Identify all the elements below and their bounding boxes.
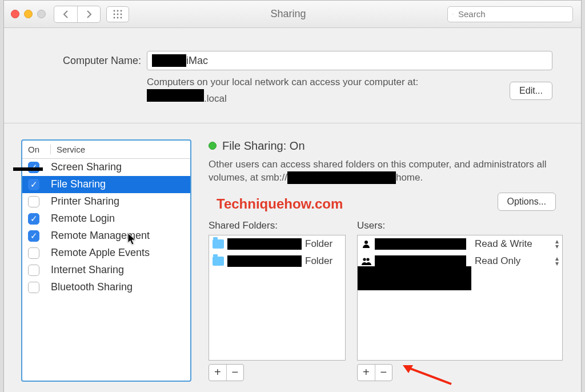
- user-row[interactable]: [358, 235, 471, 253]
- service-checkbox[interactable]: [28, 247, 39, 259]
- sharing-lists: Shared Folders: Folder Folder: [209, 220, 564, 381]
- service-label: Screen Sharing: [50, 161, 122, 173]
- shared-folder-suffix: Folder: [305, 238, 332, 250]
- back-button[interactable]: [54, 6, 77, 22]
- computer-name-field[interactable]: iMac: [147, 51, 552, 70]
- permission-row[interactable]: Read Only ▴▾: [471, 253, 562, 270]
- service-row-bluetooth-sharing[interactable]: Bluetooth Sharing: [22, 279, 190, 296]
- permission-row[interactable]: Read & Write ▴▾: [471, 235, 562, 253]
- shared-folders-controls: + −: [209, 364, 244, 381]
- shared-folders-column: Shared Folders: Folder Folder: [209, 220, 346, 381]
- stepper-icon[interactable]: ▴▾: [553, 256, 559, 266]
- services-table[interactable]: On Service ✓ Screen Sharing ✓ File Shari…: [21, 139, 191, 382]
- traffic-lights: [4, 10, 46, 18]
- service-description: Other users can access shared folders on…: [209, 158, 564, 185]
- window-title: Sharing: [129, 8, 447, 20]
- svg-point-4: [117, 13, 119, 15]
- svg-point-11: [364, 241, 368, 244]
- service-label: File Sharing: [50, 178, 106, 190]
- show-all-button[interactable]: [106, 6, 129, 22]
- redacted-text: [227, 255, 302, 267]
- folder-icon: [213, 257, 224, 266]
- edit-hostname-button[interactable]: Edit...: [510, 82, 552, 100]
- service-checkbox[interactable]: [28, 265, 39, 276]
- service-row-remote-login[interactable]: ✓ Remote Login: [22, 210, 190, 227]
- service-row-remote-management[interactable]: ✓ Remote Management: [22, 227, 190, 245]
- user-row[interactable]: [358, 270, 471, 287]
- users-column: Users:: [357, 220, 563, 381]
- service-checkbox[interactable]: ✓: [28, 230, 39, 242]
- service-label: Internet Sharing: [50, 264, 124, 276]
- service-label: Remote Apple Events: [50, 247, 150, 259]
- people-icon: [361, 256, 371, 266]
- computer-name-section: Computer Name: iMac Computers on your lo…: [4, 28, 581, 123]
- shared-folders-title: Shared Folders:: [209, 220, 346, 231]
- users-controls: + −: [357, 364, 392, 381]
- service-row-internet-sharing[interactable]: Internet Sharing: [22, 262, 190, 279]
- svg-point-1: [117, 10, 119, 11]
- users-list[interactable]: [357, 235, 471, 361]
- forward-button[interactable]: [77, 6, 100, 22]
- computer-name-label: Computer Name:: [44, 55, 141, 67]
- search-input[interactable]: [457, 9, 568, 19]
- add-user-button[interactable]: +: [358, 365, 375, 381]
- svg-point-0: [114, 10, 115, 11]
- service-row-printer-sharing[interactable]: Printer Sharing: [22, 193, 190, 210]
- person-icon: [361, 239, 371, 249]
- redacted-text: [358, 266, 471, 290]
- svg-point-5: [121, 13, 122, 15]
- options-button[interactable]: Options...: [498, 193, 556, 211]
- service-checkbox[interactable]: ✓: [28, 179, 39, 190]
- remove-user-button[interactable]: −: [375, 365, 392, 381]
- redacted-text: [375, 238, 466, 250]
- permissions-list[interactable]: Read & Write ▴▾ Read Only ▴▾: [471, 235, 563, 361]
- service-label: Printer Sharing: [50, 195, 119, 207]
- annotation-arrow-icon: [403, 364, 454, 389]
- service-label: Remote Management: [50, 230, 150, 242]
- zoom-window-button[interactable]: [37, 10, 46, 18]
- svg-line-14: [407, 367, 451, 384]
- services-col-service: Service: [51, 145, 85, 154]
- computer-name-value: iMac: [186, 55, 208, 67]
- service-label: Bluetooth Sharing: [50, 281, 133, 293]
- shared-folders-list[interactable]: Folder Folder: [209, 235, 346, 361]
- service-checkbox[interactable]: ✓: [28, 213, 39, 225]
- stepper-icon[interactable]: ▴▾: [553, 239, 559, 249]
- search-icon: [452, 10, 454, 18]
- window-titlebar: Sharing: [4, 1, 581, 28]
- service-label: Remote Login: [50, 213, 115, 225]
- service-row-file-sharing[interactable]: ✓ File Sharing: [22, 176, 190, 193]
- services-col-on: On: [22, 145, 51, 154]
- shared-folder-row[interactable]: Folder: [209, 235, 345, 253]
- redacted-text: [13, 167, 43, 171]
- svg-point-7: [117, 17, 119, 18]
- sharing-preferences-window: Sharing Computer Name: iMac Computers on…: [3, 0, 582, 392]
- redacted-text: [375, 255, 466, 267]
- shared-folder-row[interactable]: Folder: [209, 253, 345, 270]
- service-row-screen-sharing[interactable]: ✓ Screen Sharing: [22, 159, 190, 176]
- service-checkbox[interactable]: [28, 196, 39, 207]
- remove-shared-folder-button[interactable]: −: [226, 365, 244, 381]
- svg-point-6: [114, 17, 115, 18]
- nav-back-forward: [54, 6, 101, 23]
- redacted-text: [147, 89, 204, 102]
- sharing-main: On Service ✓ Screen Sharing ✓ File Shari…: [4, 123, 581, 392]
- redacted-text: [227, 238, 302, 250]
- service-row-remote-apple-events[interactable]: Remote Apple Events: [22, 245, 190, 262]
- service-status: File Sharing: On: [209, 139, 564, 153]
- service-checkbox[interactable]: [28, 282, 39, 293]
- svg-point-9: [452, 14, 453, 14]
- minimize-window-button[interactable]: [24, 10, 33, 18]
- redacted-text: [287, 171, 396, 184]
- svg-point-3: [114, 13, 115, 15]
- search-field[interactable]: [447, 6, 573, 22]
- folder-icon: [213, 239, 224, 249]
- svg-point-13: [366, 258, 369, 261]
- status-indicator-icon: [209, 142, 217, 150]
- add-shared-folder-button[interactable]: +: [209, 365, 226, 381]
- redacted-text: [152, 54, 186, 67]
- permission-label: Read & Write: [475, 238, 532, 250]
- service-detail: File Sharing: On Other users can access …: [209, 139, 564, 382]
- close-window-button[interactable]: [11, 10, 19, 18]
- permission-label: Read Only: [475, 255, 520, 267]
